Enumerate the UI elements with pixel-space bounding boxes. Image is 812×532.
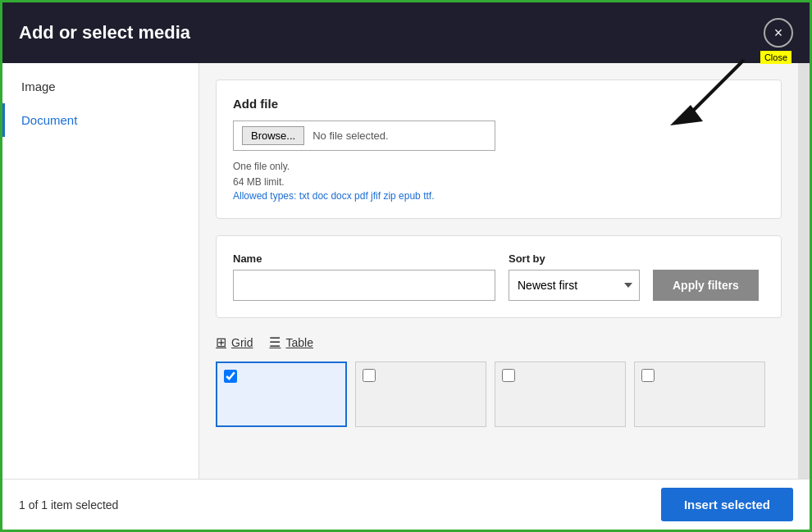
selection-status: 1 of 1 item selected <box>19 498 118 512</box>
grid-container <box>216 361 782 427</box>
add-file-card: Add file Browse... No file selected. One… <box>216 80 782 219</box>
grid-item-checkbox[interactable] <box>363 369 376 382</box>
apply-filters-button[interactable]: Apply filters <box>653 270 759 301</box>
file-placeholder-label: No file selected. <box>312 130 389 142</box>
main-content: Add file Browse... No file selected. One… <box>199 63 798 479</box>
grid-view-button[interactable]: ⊞ Grid <box>216 334 253 350</box>
close-button[interactable]: × Close <box>764 18 793 48</box>
dialog-footer: 1 of 1 item selected Insert selected <box>2 479 810 530</box>
table-icon: ☰ <box>269 334 281 350</box>
dialog-title: Add or select media <box>19 22 190 43</box>
view-section: ⊞ Grid ☰ Table <box>216 334 782 427</box>
grid-item-checkbox[interactable] <box>224 370 237 383</box>
view-toggle: ⊞ Grid ☰ Table <box>216 334 782 350</box>
file-hint-types: Allowed types: txt doc docx pdf jfif zip… <box>233 190 764 202</box>
insert-selected-button[interactable]: Insert selected <box>661 488 793 521</box>
sort-select[interactable]: Newest first Oldest first Name A-Z Name … <box>509 270 640 301</box>
sidebar: Image Document <box>2 63 199 479</box>
grid-icon: ⊞ <box>216 334 226 350</box>
filter-row: Name Sort by Newest first Oldest first N… <box>233 252 764 301</box>
grid-item[interactable] <box>634 361 765 427</box>
sidebar-item-document[interactable]: Document <box>2 103 198 137</box>
add-file-title: Add file <box>233 97 764 111</box>
grid-item[interactable] <box>495 361 626 427</box>
file-hint-size: 64 MB limit. <box>233 175 764 190</box>
grid-label: Grid <box>231 336 253 349</box>
name-filter-label: Name <box>233 252 495 265</box>
file-input-row: Browse... No file selected. <box>233 120 495 151</box>
table-label: Table <box>285 336 312 349</box>
sort-filter-label: Sort by <box>509 252 640 265</box>
browse-button[interactable]: Browse... <box>242 126 304 145</box>
dialog-header: Add or select media × Close <box>2 2 810 63</box>
grid-item[interactable] <box>216 361 347 427</box>
scrollbar[interactable] <box>798 63 810 479</box>
filter-card: Name Sort by Newest first Oldest first N… <box>216 235 782 318</box>
grid-item-checkbox[interactable] <box>502 369 515 382</box>
name-filter-input[interactable] <box>233 270 495 301</box>
dialog-body: Image Document Add file Browse... No fil… <box>2 63 810 479</box>
close-icon: × <box>774 25 783 42</box>
table-view-button[interactable]: ☰ Table <box>269 334 312 350</box>
file-hint-one: One file only. <box>233 159 764 175</box>
grid-item-checkbox[interactable] <box>641 369 655 382</box>
grid-item[interactable] <box>355 361 486 427</box>
sidebar-item-image[interactable]: Image <box>2 70 198 103</box>
close-tooltip: Close <box>760 51 791 64</box>
name-filter-group: Name <box>233 252 495 301</box>
dialog: Add or select media × Close Image Docume… <box>0 0 812 532</box>
sort-filter-group: Sort by Newest first Oldest first Name A… <box>509 252 640 301</box>
